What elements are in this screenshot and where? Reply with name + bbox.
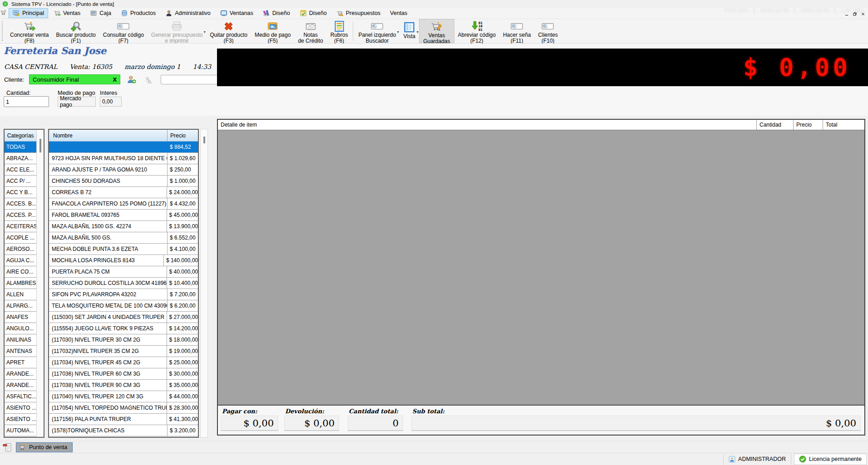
- chevron-down-icon[interactable]: ▼: [396, 30, 399, 34]
- category-row[interactable]: ACOPLE ...: [5, 232, 36, 244]
- category-row[interactable]: AIRE CO...: [5, 266, 36, 278]
- medio-pago-value[interactable]: Mercado pago: [58, 97, 96, 107]
- product-row[interactable]: SERRUCHO DUROLL COSTILLA 30CM 41896$ 10.…: [49, 278, 198, 289]
- product-row[interactable]: 9723 HOJA SIN PAR MULTIHUSO 18 DIENTE C.…: [49, 153, 198, 164]
- menu-item-4[interactable]: Administrativo: [161, 8, 215, 18]
- toolbar-button-1[interactable]: Buscar producto(F1): [52, 19, 99, 43]
- category-row[interactable]: AEROSO...: [5, 244, 36, 255]
- toolbar-button-4[interactable]: Quitar producto(F3): [206, 19, 251, 43]
- client-balance-button[interactable]: S: [143, 74, 155, 85]
- product-row[interactable]: CORREAS B 72$ 24.000,00: [49, 187, 198, 198]
- scrollbar-thumb[interactable]: [39, 139, 41, 152]
- product-row[interactable]: (117054) NIVEL TORPEDO MAGNETICO TRUPER$…: [49, 402, 198, 414]
- product-row[interactable]: (117036) NIVEL TRUPER 60 CM 3G$ 30.000,0…: [49, 368, 198, 380]
- category-row[interactable]: ASFALTIC...: [5, 391, 36, 402]
- menu-item-6[interactable]: Diseño: [259, 8, 294, 18]
- product-row[interactable]: (115030) SET JARDIN 4 UNIDADES TRUPER$ 2…: [49, 312, 198, 323]
- product-row[interactable]: FANACOLA CARPINTERO 125 POMO (11227)$ 4.…: [49, 198, 198, 210]
- toolbar-button-13[interactable]: Clientes(F10): [534, 19, 561, 43]
- menu-item-8[interactable]: Presupuestos: [332, 8, 385, 18]
- toolbar-button-9[interactable]: Vista▼: [399, 19, 419, 43]
- menu-item-9[interactable]: Ventas: [386, 8, 411, 18]
- product-row[interactable]: $ 884,52: [49, 142, 198, 153]
- menu-item-0[interactable]: Principal: [9, 8, 48, 18]
- client-input[interactable]: Consumidor Final X: [29, 74, 120, 84]
- status-license[interactable]: Licencia permanente: [794, 454, 867, 465]
- toolbar-button-12[interactable]: Hacer seña(F11): [499, 19, 534, 43]
- category-row[interactable]: APRET: [5, 357, 36, 368]
- category-row[interactable]: AUTOMA...: [5, 425, 36, 436]
- menu-item-2[interactable]: Caja: [86, 8, 115, 18]
- status-user[interactable]: ADMINISTRADOR: [723, 454, 791, 465]
- chevron-down-icon[interactable]: ▼: [203, 30, 206, 34]
- document-icon[interactable]: [3, 443, 13, 452]
- close-icon[interactable]: [861, 12, 865, 16]
- categories-scrollbar[interactable]: [36, 130, 44, 437]
- category-row[interactable]: ACCES. P...: [5, 210, 36, 221]
- products-scrollbar[interactable]: [200, 129, 208, 438]
- product-row[interactable]: ARAND AJUSTE P / TAPA GOMA 9210$ 250,00: [49, 164, 198, 176]
- category-row[interactable]: ASIENTO ...: [5, 414, 36, 425]
- interes-value[interactable]: 0,00: [100, 97, 122, 107]
- category-row[interactable]: ARANDE...: [5, 368, 36, 380]
- product-row[interactable]: TELA MOSQUITERO METAL DE 100 CM 43090$ 6…: [49, 300, 198, 312]
- restore-icon[interactable]: [853, 12, 857, 16]
- tab-punto-de-venta[interactable]: Punto de venta: [16, 442, 73, 452]
- minimize-icon[interactable]: [845, 12, 848, 16]
- category-row[interactable]: ARANDE...: [5, 380, 36, 391]
- product-row[interactable]: (1578)TORNIQUETA CHICAS$ 3.200,00: [49, 425, 198, 436]
- toolbar-button-3[interactable]: Generar presupuestoe imprimir▼: [148, 19, 206, 43]
- menu-item-7[interactable]: Diseño: [296, 8, 331, 18]
- cantidad-input[interactable]: [4, 96, 49, 107]
- toolbar-button-2[interactable]: Consultar código(F7): [99, 19, 148, 43]
- product-row[interactable]: (117030) NIVEL TRUPER 30 CM 2G$ 18.000,0…: [49, 334, 198, 346]
- product-row[interactable]: MOCHILA LOSA PRINGLES 8143$ 140.000,00: [49, 255, 198, 266]
- product-row[interactable]: (117040) NIVEL TRUPER 120 CM 3G$ 44.000,…: [49, 391, 198, 402]
- category-row[interactable]: ALLEN: [5, 289, 36, 300]
- column-header-precio[interactable]: Precio: [168, 130, 198, 141]
- menu-item-5[interactable]: Ventanas: [216, 8, 257, 18]
- category-row[interactable]: ALAMBRES: [5, 278, 36, 289]
- toolbar-button-0[interactable]: Concretar venta(F8): [6, 19, 52, 43]
- pagar-con-value[interactable]: $ 0,00: [221, 416, 278, 431]
- product-row[interactable]: (117156) PALA PUNTA TRUPER$ 41.300,00: [49, 414, 198, 425]
- product-row[interactable]: CHINCHES 50U DORADAS$ 1.000,00: [49, 176, 198, 187]
- product-row[interactable]: MECHA DOBLE PUNTA 3.6 EZETA$ 4.100,00: [49, 244, 198, 255]
- menu-item-1[interactable]: Ventas: [49, 8, 84, 18]
- product-row[interactable]: (117038) NIVEL TRUPER 90 CM 3G$ 35.000,0…: [49, 380, 198, 391]
- toolbar-button-10[interactable]: VentasGuardadas: [419, 19, 454, 43]
- category-row[interactable]: ACCES. B...: [5, 198, 36, 210]
- category-row[interactable]: ASIENTO ...: [5, 402, 36, 414]
- toolbar-button-11[interactable]: 011001Abreviar código(F12): [454, 19, 499, 43]
- product-row[interactable]: (117032)NIVEL TRUPER 35 CM 2G$ 19.000,00: [49, 346, 198, 357]
- product-row[interactable]: (117034) NIVEL TRUPER 45 CM 2G$ 25.000,0…: [49, 357, 198, 368]
- toolbar-button-8[interactable]: Panel izquierdoBuscador▼: [355, 19, 399, 43]
- product-row[interactable]: SIFON PVC P/LAVARROPA 43202$ 7.200,00: [49, 289, 198, 300]
- product-row[interactable]: MAZA ALBAÑIL 1500 GS. 42274$ 13.900,00: [49, 221, 198, 232]
- category-row[interactable]: ACC ELE...: [5, 164, 36, 176]
- categories-header[interactable]: Categorías: [5, 130, 36, 142]
- category-row[interactable]: ANTENAS: [5, 346, 36, 357]
- toolbar-button-6[interactable]: Notasde Crédito: [294, 19, 326, 43]
- category-row[interactable]: ACC P/ ...: [5, 176, 36, 187]
- category-row[interactable]: ABRAZA...: [5, 153, 36, 164]
- scrollbar-thumb[interactable]: [203, 137, 205, 143]
- category-row[interactable]: AGUJA C...: [5, 255, 36, 266]
- toolbar-grip[interactable]: [2, 21, 5, 41]
- menu-item-3[interactable]: Productos: [117, 8, 160, 18]
- toolbar-button-7[interactable]: Rubros(F6): [327, 19, 352, 43]
- category-row[interactable]: ACC Y B...: [5, 187, 36, 198]
- product-row[interactable]: MAZA ALBAÑIL 500 GS.$ 6.552,00: [49, 232, 198, 244]
- category-row[interactable]: ACEITERAS: [5, 221, 36, 232]
- column-header-nombre[interactable]: Nombre: [49, 130, 168, 141]
- barcode-input[interactable]: [161, 75, 219, 84]
- category-row[interactable]: TODAS: [5, 142, 36, 153]
- category-row[interactable]: ANILINAS: [5, 334, 36, 346]
- product-row[interactable]: (115554) JUEGO LLAVE TORK 9 PIEZAS$ 14.2…: [49, 323, 198, 334]
- add-client-button[interactable]: [125, 74, 138, 85]
- chevron-down-icon[interactable]: ▼: [416, 30, 419, 34]
- product-row[interactable]: FAROL BRAMETAL 093765$ 45.000,00: [49, 210, 198, 221]
- category-row[interactable]: ANAFES: [5, 312, 36, 323]
- toolbar-button-5[interactable]: Medio de pago(F5): [251, 19, 294, 43]
- product-row[interactable]: PUERTA PLACA 75 CM$ 40.000,00: [49, 266, 198, 278]
